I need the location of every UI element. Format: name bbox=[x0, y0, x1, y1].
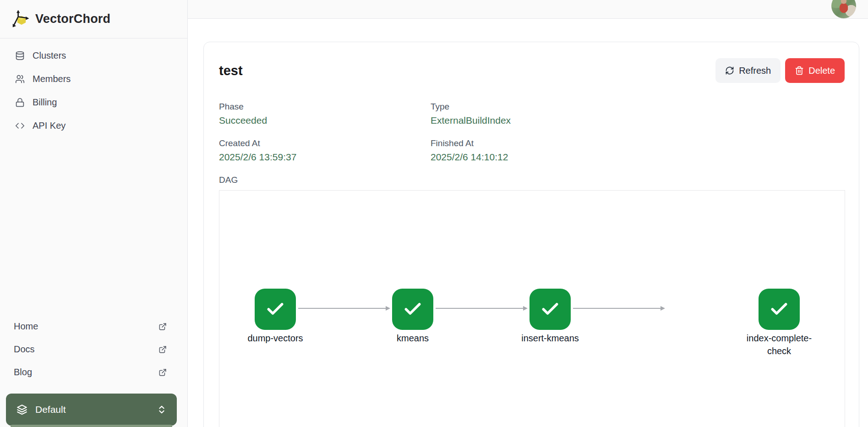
topbar bbox=[188, 0, 868, 19]
brand-logo-link[interactable]: VectorChord bbox=[0, 0, 187, 38]
dag-section: DAG bbox=[219, 175, 845, 427]
external-link-icon bbox=[158, 322, 167, 331]
job-detail-card: test Refresh bbox=[203, 42, 859, 427]
dag-node-insert-kmeans[interactable] bbox=[530, 289, 571, 330]
field-finished-at: Finished At 2025/2/6 14:10:12 bbox=[431, 138, 845, 164]
dag-edge bbox=[573, 308, 661, 309]
check-icon bbox=[540, 299, 560, 319]
dag-node-index-complete-check[interactable] bbox=[759, 289, 800, 330]
dag-label: DAG bbox=[219, 175, 845, 186]
main-area: test Refresh bbox=[188, 0, 868, 427]
field-value-phase: Succeeded bbox=[219, 114, 431, 127]
sidebar-item-label: API Key bbox=[33, 120, 66, 131]
external-link-icon bbox=[158, 345, 167, 354]
sidebar-link-label: Docs bbox=[14, 344, 35, 355]
sidebar-nav: Clusters Members Billing bbox=[0, 38, 187, 137]
vectorchord-logo-icon bbox=[11, 9, 32, 29]
trash-icon bbox=[795, 66, 804, 75]
field-type: Type ExternalBuildIndex bbox=[431, 101, 845, 127]
refresh-icon bbox=[725, 66, 734, 75]
dag-edge bbox=[298, 308, 386, 309]
layers-icon bbox=[16, 404, 28, 416]
field-label: Created At bbox=[219, 138, 431, 149]
sidebar: VectorChord Clusters Members bbox=[0, 0, 188, 427]
external-link-icon bbox=[158, 368, 167, 377]
check-icon bbox=[403, 299, 423, 319]
dag-edge bbox=[436, 308, 524, 309]
workspace-stack-edge bbox=[11, 425, 172, 427]
sidebar-item-label: Billing bbox=[33, 97, 57, 108]
field-value-finished-at: 2025/2/6 14:10:12 bbox=[431, 151, 845, 164]
field-value-created-at: 2025/2/6 13:59:37 bbox=[219, 151, 431, 164]
code-icon bbox=[15, 121, 25, 131]
sidebar-link-label: Home bbox=[14, 321, 38, 332]
refresh-label: Refresh bbox=[739, 66, 771, 76]
sidebar-links: Home Docs Blog bbox=[0, 315, 187, 391]
sidebar-item-members[interactable]: Members bbox=[0, 67, 187, 91]
sidebar-item-label: Members bbox=[33, 74, 71, 84]
page-title: test bbox=[219, 63, 243, 78]
delete-button[interactable]: Delete bbox=[785, 58, 845, 83]
field-created-at: Created At 2025/2/6 13:59:37 bbox=[219, 138, 431, 164]
refresh-button[interactable]: Refresh bbox=[715, 58, 781, 83]
dag-node-dump-vectors[interactable] bbox=[255, 289, 296, 330]
chevrons-up-down-icon bbox=[157, 405, 167, 415]
check-icon bbox=[265, 299, 285, 319]
field-label: Phase bbox=[219, 101, 431, 112]
job-fields: Phase Succeeded Type ExternalBuildIndex … bbox=[219, 101, 845, 164]
sidebar-link-blog[interactable]: Blog bbox=[14, 361, 167, 383]
workspace-selector[interactable]: Default bbox=[6, 394, 177, 426]
brand-name: VectorChord bbox=[35, 12, 110, 26]
field-label: Finished At bbox=[431, 138, 845, 149]
sidebar-item-clusters[interactable]: Clusters bbox=[0, 44, 187, 67]
field-value-type: ExternalBuildIndex bbox=[431, 114, 845, 127]
delete-label: Delete bbox=[808, 66, 835, 76]
dag-node-label: insert-kmeans bbox=[511, 332, 589, 345]
dag-node-label: dump-vectors bbox=[236, 332, 314, 345]
field-label: Type bbox=[431, 101, 845, 112]
dag-node-kmeans[interactable] bbox=[392, 289, 433, 330]
check-icon bbox=[769, 299, 789, 319]
lock-icon bbox=[15, 98, 25, 107]
sidebar-item-api-key[interactable]: API Key bbox=[0, 114, 187, 137]
sidebar-item-billing[interactable]: Billing bbox=[0, 91, 187, 114]
sidebar-item-label: Clusters bbox=[33, 50, 66, 61]
user-avatar[interactable] bbox=[831, 0, 856, 18]
workspace-name: Default bbox=[35, 404, 149, 415]
sidebar-link-home[interactable]: Home bbox=[14, 315, 167, 338]
users-icon bbox=[15, 74, 25, 84]
dag-node-label: kmeans bbox=[374, 332, 452, 345]
content: test Refresh bbox=[188, 19, 868, 427]
dag-canvas[interactable]: dump-vectors kmeans insert-kmeans index-… bbox=[219, 190, 845, 427]
sidebar-link-docs[interactable]: Docs bbox=[14, 338, 167, 361]
sidebar-link-label: Blog bbox=[14, 367, 32, 378]
field-phase: Phase Succeeded bbox=[219, 101, 431, 127]
dag-node-label: index-complete-check bbox=[740, 332, 818, 357]
database-icon bbox=[15, 51, 25, 60]
